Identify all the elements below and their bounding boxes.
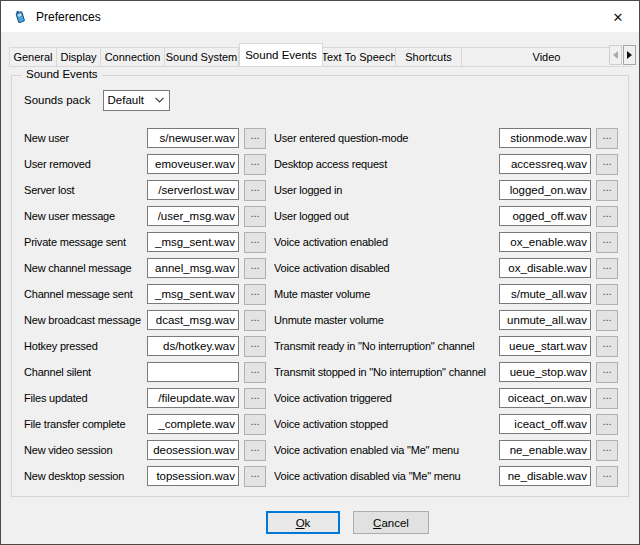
tab-sound-events[interactable]: Sound Events xyxy=(239,43,323,67)
browse-button[interactable]: ... xyxy=(244,362,266,383)
sound-event-label: Voice activation triggered xyxy=(274,392,499,404)
browse-button[interactable]: ... xyxy=(244,388,266,409)
sound-event-row: Transmit ready in "No interruption" chan… xyxy=(274,333,620,359)
sounds-pack-select[interactable]: Default xyxy=(103,90,170,111)
browse-button[interactable]: ... xyxy=(596,388,618,409)
browse-button[interactable]: ... xyxy=(244,310,266,331)
browse-button[interactable]: ... xyxy=(596,336,618,357)
sound-event-row: Voice activation enabled via "Me" menu .… xyxy=(274,437,620,463)
browse-button[interactable]: ... xyxy=(596,440,618,461)
tab-general[interactable]: General xyxy=(9,47,57,67)
sound-events-group: Sound Events Sounds pack Default New use… xyxy=(11,75,629,497)
sound-file-input[interactable] xyxy=(499,466,591,486)
sound-event-label: New channel message xyxy=(24,262,147,274)
sound-event-row: Hotkey pressed ... xyxy=(24,333,268,359)
sound-file-input[interactable] xyxy=(147,128,239,148)
cancel-button[interactable]: Cancel xyxy=(353,511,429,534)
sound-file-input[interactable] xyxy=(499,414,591,434)
sound-file-input[interactable] xyxy=(147,388,239,408)
sound-file-input[interactable] xyxy=(499,336,591,356)
sound-event-label: Mute master volume xyxy=(274,288,499,300)
sound-event-label: Voice activation stopped xyxy=(274,418,499,430)
sound-file-input[interactable] xyxy=(147,232,239,252)
sound-event-label: Desktop access request xyxy=(274,158,499,170)
tab-text-to-speech[interactable]: Text To Speech xyxy=(323,47,396,67)
sound-file-input[interactable] xyxy=(499,206,591,226)
browse-button[interactable]: ... xyxy=(244,466,266,487)
close-button[interactable]: ✕ xyxy=(603,5,633,29)
browse-button[interactable]: ... xyxy=(244,258,266,279)
sound-file-input[interactable] xyxy=(499,440,591,460)
sound-file-input[interactable] xyxy=(147,466,239,486)
browse-button[interactable]: ... xyxy=(244,154,266,175)
sound-file-input[interactable] xyxy=(147,362,239,382)
sound-event-label: Private message sent xyxy=(24,236,147,248)
sound-file-input[interactable] xyxy=(499,232,591,252)
tab-display[interactable]: Display xyxy=(57,47,101,67)
sound-event-row: Transmit stopped in "No interruption" ch… xyxy=(274,359,620,385)
browse-button[interactable]: ... xyxy=(596,206,618,227)
window-title: Preferences xyxy=(36,10,101,24)
sound-event-row: Voice activation disabled ... xyxy=(274,255,620,281)
browse-button[interactable]: ... xyxy=(596,258,618,279)
tab-scroll-left-button[interactable] xyxy=(609,45,622,65)
tab-video[interactable]: Video xyxy=(462,47,631,67)
sound-file-input[interactable] xyxy=(147,180,239,200)
browse-button[interactable]: ... xyxy=(596,128,618,149)
sound-file-input[interactable] xyxy=(147,206,239,226)
chevron-down-icon xyxy=(155,97,164,103)
app-icon xyxy=(12,9,28,25)
sound-file-input[interactable] xyxy=(499,258,591,278)
sound-file-input[interactable] xyxy=(147,440,239,460)
browse-button[interactable]: ... xyxy=(596,362,618,383)
browse-button[interactable]: ... xyxy=(596,310,618,331)
sound-event-row: New video session ... xyxy=(24,437,268,463)
browse-button[interactable]: ... xyxy=(244,414,266,435)
sounds-pack-label: Sounds pack xyxy=(24,94,91,106)
sound-file-input[interactable] xyxy=(499,180,591,200)
sound-file-input[interactable] xyxy=(147,258,239,278)
browse-button[interactable]: ... xyxy=(244,336,266,357)
ok-button[interactable]: Ok xyxy=(266,511,340,534)
browse-button[interactable]: ... xyxy=(244,232,266,253)
tab-scroll-right-button[interactable] xyxy=(623,45,636,65)
browse-button[interactable]: ... xyxy=(596,232,618,253)
sound-file-input[interactable] xyxy=(147,310,239,330)
tab-connection[interactable]: Connection xyxy=(101,47,165,67)
sound-event-label: New video session xyxy=(24,444,147,456)
browse-button[interactable]: ... xyxy=(244,206,266,227)
sound-file-input[interactable] xyxy=(499,128,591,148)
browse-button[interactable]: ... xyxy=(244,284,266,305)
sound-file-input[interactable] xyxy=(147,154,239,174)
sound-file-input[interactable] xyxy=(499,310,591,330)
sound-event-label: File transfer complete xyxy=(24,418,147,430)
browse-button[interactable]: ... xyxy=(244,440,266,461)
sound-events-right-column: User entered question-mode ... Desktop a… xyxy=(274,125,620,489)
tab-shortcuts[interactable]: Shortcuts xyxy=(396,47,462,67)
sound-event-row: User removed ... xyxy=(24,151,268,177)
browse-button[interactable]: ... xyxy=(596,154,618,175)
sound-event-label: User logged in xyxy=(274,184,499,196)
sound-event-label: Voice activation disabled xyxy=(274,262,499,274)
sound-file-input[interactable] xyxy=(499,154,591,174)
sound-event-row: Voice activation enabled ... xyxy=(274,229,620,255)
browse-button[interactable]: ... xyxy=(244,128,266,149)
sound-file-input[interactable] xyxy=(499,388,591,408)
tab-sound-system[interactable]: Sound System xyxy=(165,47,239,67)
sound-file-input[interactable] xyxy=(499,284,591,304)
sound-event-label: New user xyxy=(24,132,147,144)
close-icon: ✕ xyxy=(613,11,624,24)
browse-button[interactable]: ... xyxy=(244,180,266,201)
sound-file-input[interactable] xyxy=(499,362,591,382)
sound-file-input[interactable] xyxy=(147,284,239,304)
sound-event-label: Transmit stopped in "No interruption" ch… xyxy=(274,366,499,378)
browse-button[interactable]: ... xyxy=(596,180,618,201)
sound-file-input[interactable] xyxy=(147,414,239,434)
chevron-left-icon xyxy=(613,51,618,59)
browse-button[interactable]: ... xyxy=(596,414,618,435)
sound-file-input[interactable] xyxy=(147,336,239,356)
sound-event-row: Channel message sent ... xyxy=(24,281,268,307)
sound-event-row: User entered question-mode ... xyxy=(274,125,620,151)
browse-button[interactable]: ... xyxy=(596,284,618,305)
browse-button[interactable]: ... xyxy=(596,466,618,487)
